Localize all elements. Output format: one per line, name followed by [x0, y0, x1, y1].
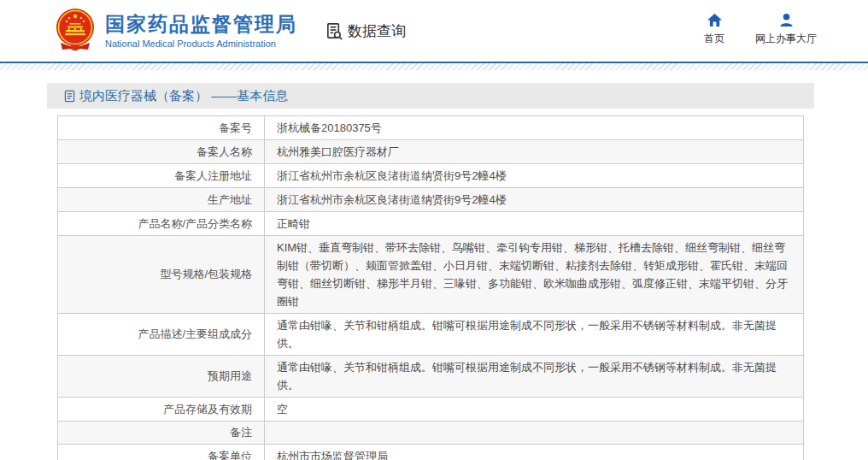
info-table: 备案号浙杭械备20180375号备案人名称杭州雅美口腔医疗器材厂备案人注册地址浙…: [57, 115, 804, 460]
table-row: 型号规格/包装规格KIM钳、垂直弯制钳、带环去除钳、鸟嘴钳、牵引钩专用钳、梯形钳…: [58, 236, 804, 314]
header: 国家药品监督管理局 National Medical Products Admi…: [0, 0, 868, 62]
row-label: 备案人名称: [58, 140, 265, 164]
row-value: 浙江省杭州市余杭区良渚街道纳贤街9号2幢4楼: [265, 164, 804, 188]
row-label: 型号规格/包装规格: [58, 236, 265, 314]
row-value: 正畸钳: [265, 212, 804, 236]
menu-item-label: 数据查询: [348, 21, 406, 41]
header-nav: 首页 网上办事大厅: [697, 12, 817, 46]
row-label: 备案人注册地址: [58, 164, 265, 188]
row-label: 备案号: [58, 116, 265, 140]
brand-title-cn: 国家药品监督管理局: [105, 13, 297, 35]
brand[interactable]: 国家药品监督管理局 National Medical Products Admi…: [54, 7, 297, 55]
table-row: 产品名称/产品分类名称正畸钳: [58, 212, 804, 236]
row-label: 产品描述/主要组成成分: [58, 314, 265, 356]
table-row: 预期用途通常由钳喙、关节和钳柄组成。钳嘴可根据用途制成不同形状，一般采用不锈钢等…: [58, 356, 804, 398]
nav-item-label: 网上办事大厅: [755, 32, 817, 46]
menu-item-data-query[interactable]: 数据查询: [325, 21, 406, 41]
national-emblem-logo: [54, 7, 97, 55]
nav-item-service-hall[interactable]: 网上办事大厅: [755, 12, 817, 46]
row-label: 备注: [58, 422, 265, 445]
row-label: 产品存储及有效期: [58, 398, 265, 422]
table-row: 产品存储及有效期空: [58, 398, 804, 422]
table-row: 产品描述/主要组成成分通常由钳喙、关节和钳柄组成。钳嘴可根据用途制成不同形状，一…: [58, 314, 804, 356]
row-label: 生产地址: [58, 188, 265, 212]
info-table-body: 备案号浙杭械备20180375号备案人名称杭州雅美口腔医疗器材厂备案人注册地址浙…: [58, 116, 804, 460]
user-icon: [778, 12, 795, 27]
row-label: 备案单位: [58, 445, 265, 460]
page-title-wrap: 境内医疗器械（备案） ——基本信息: [64, 88, 288, 104]
table-row: 备案号浙杭械备20180375号: [58, 116, 804, 140]
card-body: 备案号浙杭械备20180375号备案人名称杭州雅美口腔医疗器材厂备案人注册地址浙…: [47, 109, 814, 460]
row-value: KIM钳、垂直弯制钳、带环去除钳、鸟嘴钳、牵引钩专用钳、梯形钳、托槽去除钳、细丝…: [265, 236, 804, 314]
document-icon: [64, 90, 75, 103]
row-value: 通常由钳喙、关节和钳柄组成。钳嘴可根据用途制成不同形状，一般采用不锈钢等材料制成…: [265, 356, 804, 398]
row-value: 空: [265, 398, 804, 422]
nav-item-label: 首页: [704, 32, 724, 46]
home-icon: [707, 12, 723, 27]
hatched-band: [0, 63, 868, 70]
row-label: 预期用途: [58, 356, 265, 398]
card-title-bar: 境内医疗器械（备案） ——基本信息: [47, 83, 814, 109]
row-value: 浙江省杭州市余杭区良渚街道纳贤街9号2幢4楼: [265, 188, 804, 212]
table-row: 生产地址浙江省杭州市余杭区良渚街道纳贤街9号2幢4楼: [58, 188, 804, 212]
nav-item-home[interactable]: 首页: [697, 12, 731, 46]
table-row: 备案人注册地址浙江省杭州市余杭区良渚街道纳贤街9号2幢4楼: [58, 164, 804, 188]
page-title: 境内医疗器械（备案） ——基本信息: [79, 88, 288, 104]
row-value: 杭州雅美口腔医疗器材厂: [265, 140, 804, 164]
row-value: [265, 422, 804, 445]
brand-title-en: National Medical Products Administration: [105, 38, 297, 49]
table-row: 备注: [58, 422, 804, 445]
table-row: 备案单位杭州市市场监督管理局: [58, 445, 804, 460]
row-label: 产品名称/产品分类名称: [58, 212, 265, 236]
table-row: 备案人名称杭州雅美口腔医疗器材厂: [58, 140, 804, 164]
content-card: 境内医疗器械（备案） ——基本信息 备案号浙杭械备20180375号备案人名称杭…: [47, 83, 814, 460]
document-search-icon: [325, 21, 344, 41]
row-value: 通常由钳喙、关节和钳柄组成。钳嘴可根据用途制成不同形状，一般采用不锈钢等材料制成…: [265, 314, 804, 356]
row-value: 浙杭械备20180375号: [265, 116, 804, 140]
row-value: 杭州市市场监督管理局: [265, 445, 804, 460]
brand-text: 国家药品监督管理局 National Medical Products Admi…: [105, 13, 297, 49]
